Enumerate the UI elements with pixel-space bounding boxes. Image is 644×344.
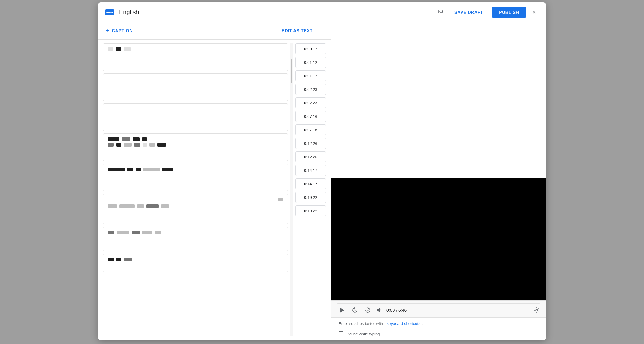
text-block xyxy=(124,258,132,261)
controls-row: 10 10 xyxy=(337,306,540,315)
text-block xyxy=(142,137,147,141)
text-block xyxy=(124,143,132,147)
caption-text-row xyxy=(108,204,283,208)
timestamp-button[interactable]: 0:14:17 xyxy=(295,178,326,189)
text-block xyxy=(149,143,155,147)
caption-card[interactable] xyxy=(103,194,288,224)
timestamp-button[interactable]: 0:07:16 xyxy=(295,111,326,122)
text-block xyxy=(108,204,117,208)
video-player xyxy=(331,178,546,300)
text-block xyxy=(108,143,114,147)
timestamp-button[interactable]: 0:02:23 xyxy=(295,84,326,95)
timestamp-button[interactable]: 0:01:12 xyxy=(295,57,326,68)
caption-text-row xyxy=(108,47,283,51)
text-block xyxy=(122,137,130,141)
rewind-button[interactable]: 10 xyxy=(350,306,359,315)
text-block xyxy=(146,204,159,208)
text-block xyxy=(133,137,140,141)
more-options-button[interactable]: ⋮ xyxy=(317,27,324,34)
hint-suffix: . xyxy=(422,321,423,326)
modal-header: English SAVE DRAFT PUBLISH × xyxy=(98,2,546,22)
timestamp-button[interactable]: 0:00:12 xyxy=(295,43,326,54)
timestamp-button[interactable]: 0:19:22 xyxy=(295,192,326,203)
video-controls: 10 10 xyxy=(331,300,546,317)
right-panel: 10 10 xyxy=(331,22,546,340)
time-display: 0:00 / 6:46 xyxy=(386,308,407,313)
text-block xyxy=(278,198,283,201)
text-block xyxy=(136,168,141,171)
svg-point-9 xyxy=(536,309,538,311)
pause-while-typing-checkbox[interactable] xyxy=(339,331,343,336)
header-actions: SAVE DRAFT PUBLISH × xyxy=(435,6,539,18)
subtitle-hint: Enter subtitles faster with keyboard sho… xyxy=(331,317,546,330)
svg-rect-4 xyxy=(440,10,441,10)
text-block xyxy=(137,204,144,208)
settings-button[interactable] xyxy=(534,307,540,313)
text-block xyxy=(127,168,133,171)
caption-list: 0:00:12 0:01:12 0:01:12 0:02:23 0:02:23 … xyxy=(98,40,331,340)
text-block xyxy=(142,231,152,234)
progress-bar[interactable] xyxy=(337,303,540,304)
caption-card[interactable] xyxy=(103,133,288,161)
svg-text:10: 10 xyxy=(366,310,369,311)
timestamp-button[interactable]: 0:12:26 xyxy=(295,151,326,162)
edit-as-text-button[interactable]: EDIT AS TEXT xyxy=(282,28,312,33)
caption-card[interactable] xyxy=(103,164,288,191)
timestamp-button[interactable]: 0:19:22 xyxy=(295,205,326,216)
text-block xyxy=(162,168,173,171)
video-top-space xyxy=(331,22,546,178)
modal-title: English xyxy=(119,9,435,16)
scrollbar-area xyxy=(290,43,293,336)
subtitles-icon xyxy=(105,9,115,16)
text-block xyxy=(108,137,119,141)
text-block xyxy=(117,231,129,234)
timestamp-button[interactable]: 0:07:16 xyxy=(295,124,326,135)
timestamp-button[interactable]: 0:01:12 xyxy=(295,70,326,81)
text-block xyxy=(155,231,161,234)
caption-card[interactable] xyxy=(103,43,288,71)
pause-while-typing-label: Pause while typing xyxy=(347,332,380,336)
timestamp-button[interactable]: 0:14:17 xyxy=(295,165,326,176)
text-block xyxy=(108,47,113,51)
text-block xyxy=(157,143,166,147)
text-block xyxy=(108,231,114,234)
caption-card[interactable] xyxy=(103,73,288,101)
publish-button[interactable]: PUBLISH xyxy=(492,7,526,18)
close-button[interactable]: × xyxy=(530,6,539,18)
flag-button[interactable] xyxy=(435,7,446,18)
text-block xyxy=(116,47,121,51)
text-block xyxy=(143,168,160,171)
hint-text: Enter subtitles faster with xyxy=(339,321,383,326)
caption-label: CAPTION xyxy=(112,28,133,33)
save-draft-button[interactable]: SAVE DRAFT xyxy=(450,7,488,17)
caption-card[interactable] xyxy=(103,254,288,272)
text-block xyxy=(108,258,114,261)
text-block xyxy=(116,258,121,261)
timestamp-button[interactable]: 0:02:23 xyxy=(295,97,326,108)
svg-rect-3 xyxy=(111,12,113,13)
pause-while-typing-row: Pause while typing xyxy=(331,330,546,340)
play-button[interactable] xyxy=(337,306,347,315)
scrollbar-thumb xyxy=(291,59,292,83)
caption-card[interactable] xyxy=(103,227,288,251)
add-caption-button[interactable]: + CAPTION xyxy=(105,27,133,34)
text-block xyxy=(161,204,169,208)
text-block xyxy=(134,143,140,147)
svg-marker-5 xyxy=(340,308,344,313)
text-block xyxy=(116,143,121,147)
caption-text-row xyxy=(108,168,283,171)
forward-button[interactable]: 10 xyxy=(363,306,372,315)
volume-button[interactable] xyxy=(376,307,383,314)
svg-marker-8 xyxy=(377,308,380,312)
svg-text:10: 10 xyxy=(354,310,356,311)
text-block xyxy=(119,204,135,208)
timestamp-button[interactable]: 0:12:26 xyxy=(295,138,326,149)
timestamps-column: 0:00:12 0:01:12 0:01:12 0:02:23 0:02:23 … xyxy=(295,43,326,336)
keyboard-shortcuts-link[interactable]: keyboard shortcuts xyxy=(387,321,420,326)
plus-icon: + xyxy=(105,27,109,34)
text-block xyxy=(132,231,140,234)
text-block xyxy=(108,168,125,171)
left-panel: + CAPTION EDIT AS TEXT ⋮ xyxy=(98,22,331,340)
caption-card[interactable] xyxy=(103,103,288,131)
modal-body: + CAPTION EDIT AS TEXT ⋮ xyxy=(98,22,546,340)
